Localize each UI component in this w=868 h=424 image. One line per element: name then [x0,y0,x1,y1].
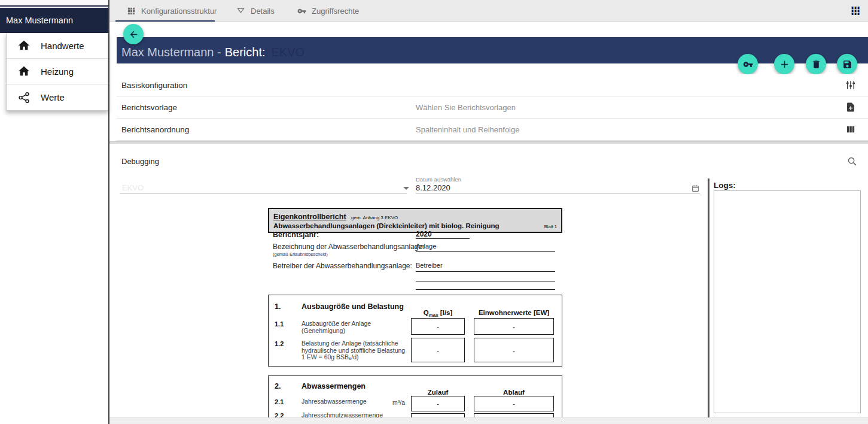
access-rights-button[interactable] [738,54,758,74]
key-icon [743,59,753,69]
row-berichtsanordnung[interactable]: Berichtsanordnung Spalteninhalt und Reih… [117,119,868,141]
row-berichtsvorlage[interactable]: Berichtsvorlage Wählen Sie Berichtsvorla… [117,96,868,119]
section-title: Abwassermengen [301,382,366,390]
key-icon [297,7,306,16]
empty-line [416,281,555,281]
field-underline [416,271,555,272]
save-button[interactable] [837,54,857,74]
row-unit: m³/a [392,399,405,406]
field-label-berichtsjahr: Berichtsjahr: [273,231,319,239]
back-button[interactable] [123,24,144,44]
active-tab-underline [115,20,215,22]
template-select[interactable]: EKVO [122,183,144,192]
row-basiskonfiguration[interactable]: Basiskonfiguration [117,74,868,96]
report-subtitle: Abwasserbehandlungsanlagen (Direkteinlei… [273,222,500,229]
report-title: Eigenkontrollbericht [273,213,346,221]
tab-zugriffsrechte[interactable]: Zugriffsrechte [297,0,359,22]
app-window: Max Mustermann Handwerte Heizung [0,0,868,424]
template-select-underline [120,193,407,193]
bottom-cutoff-strip [109,417,868,424]
apps-grid-icon[interactable] [851,7,861,16]
tab-label: Konfigurationsstruktur [141,7,217,16]
value-box: - [474,338,554,362]
field-label-bezeichnung: Bezeichnung der Abwasserbehandlungsanlag… [273,243,425,251]
preview-scrollbar[interactable] [708,178,709,418]
sidebar: Max Mustermann Handwerte Heizung [0,0,108,424]
page-title-faint: EKVO [272,46,305,59]
funnel-icon [236,7,245,16]
note-add-icon[interactable] [845,102,856,113]
sidebar-menu: Handwerte Heizung Werte [6,33,108,111]
logs-label: Logs: [714,181,736,190]
field-value-berichtsjahr: 2020 [416,230,432,238]
config-list: Basiskonfiguration Berichtsvorlage Wähle… [117,74,868,141]
grid-icon [127,7,136,16]
page-title: Bericht: [225,46,266,59]
date-field-label: Datum auswählen [416,176,461,183]
share-icon [17,91,31,104]
report-preview: Eigenkontrollbericht gem. Anhang 3 EKVO … [268,208,562,233]
report-section-1: 1. Ausbaugröße und Belastung Qmax [l/s] … [268,295,562,367]
date-field-underline [416,193,700,193]
row-number: 2.1 [275,398,284,405]
value-box: - [411,338,465,362]
user-name: Max Mustermann [6,16,73,25]
field-underline [416,238,470,239]
plus-icon [779,59,790,69]
field-value-betreiber: Betreiber [416,262,443,269]
field-value-bezeichnung: Anlage [416,243,436,250]
section-number: 1. [275,302,281,311]
tab-konfigurationsstruktur[interactable]: Konfigurationsstruktur [127,0,217,22]
tab-label: Details [251,7,275,16]
value-box: - [474,396,554,411]
sidebar-divider [108,0,109,424]
sidebar-item-heizung[interactable]: Heizung [7,59,108,84]
sidebar-item-handwerte[interactable]: Handwerte [7,33,108,59]
field-note-erlaubnisbescheid: (gemäß Erlaubnisbescheid) [273,252,328,257]
row-number: 1.1 [275,320,284,328]
field-label-betreiber: Betreiber der Abwasserbehandlungsanlage: [273,262,412,270]
tab-label: Zugriffsrechte [312,7,359,16]
section-divider [109,141,868,144]
report-sheet-number: Blatt 1 [544,224,557,229]
calendar-icon[interactable] [692,184,699,192]
empty-line [416,289,555,290]
column-header-zulauf: Zulauf [411,389,465,396]
section-number: 2. [275,382,281,390]
sidebar-user-header: Max Mustermann [0,8,108,33]
value-box: - [411,396,465,411]
row-text: Ausbaugröße der Anlage (Genehmigung) [301,320,371,334]
report-title-suffix: gem. Anhang 3 EKVO [351,215,398,220]
report-section-2: 2. Abwassermengen Zulauf Ablauf 2.1 Jahr… [268,375,562,424]
add-button[interactable] [774,54,794,74]
logs-output[interactable] [714,190,861,413]
column-header-qmax: Qmax [l/s] [411,309,465,318]
row-label: Berichtsanordnung [121,125,189,134]
column-header-ablauf: Ablauf [474,389,554,396]
row-text: Belastung der Anlage (tatsächliche hydra… [301,340,405,361]
tab-details[interactable]: Details [236,0,275,22]
search-icon[interactable] [847,156,857,166]
row-number: 1.2 [275,340,284,347]
tab-bar: Konfigurationsstruktur Details Zugriffsr… [109,0,868,22]
chevron-down-icon[interactable] [403,187,409,190]
tune-icon[interactable] [845,80,856,90]
columns-icon[interactable] [845,124,856,135]
debugging-title: Debugging [121,157,159,166]
value-box: - [411,318,465,335]
trash-icon [811,59,821,69]
sidebar-item-werte[interactable]: Werte [7,84,108,110]
field-underline [416,251,555,252]
row-secondary: Spalteninhalt und Reihenfolge [416,125,519,134]
arrow-back-icon [129,29,139,40]
section-title: Ausbaugröße und Belastung [301,302,404,311]
value-box: - [474,318,554,335]
sidebar-item-label: Werte [41,92,65,102]
column-header-ew: Einwohnerwerte [EW] [474,309,554,316]
date-input[interactable]: 8.12.2020 [416,183,450,192]
delete-button[interactable] [806,54,826,74]
row-label: Basiskonfiguration [121,81,187,90]
sidebar-item-label: Heizung [41,66,74,77]
report-header-box: Eigenkontrollbericht gem. Anhang 3 EKVO … [268,208,562,233]
save-icon [842,59,852,69]
